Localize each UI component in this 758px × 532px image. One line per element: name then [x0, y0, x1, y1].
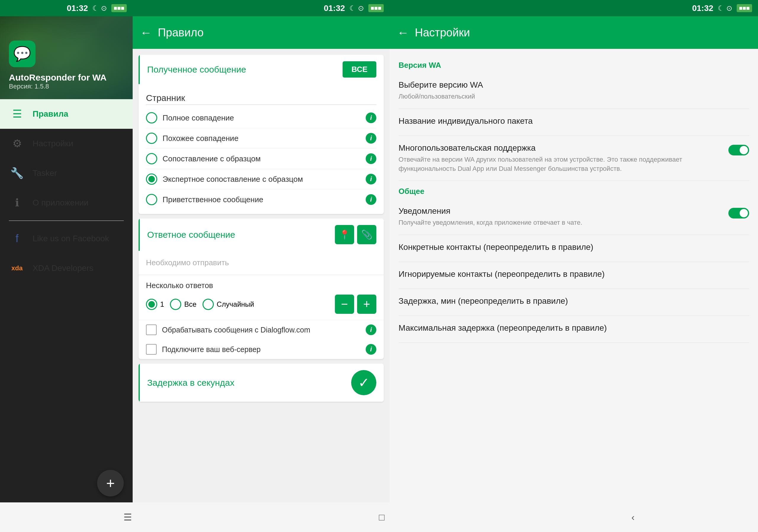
multiple-answers-title: Несколько ответов	[146, 281, 376, 290]
sidebar-item-settings[interactable]: ⚙ Настройки	[0, 129, 133, 158]
option-full-match[interactable]: Полное совпадение i	[146, 108, 376, 128]
info-webserver[interactable]: i	[366, 344, 376, 355]
notifications-toggle[interactable]	[728, 208, 749, 218]
sidebar-item-rules-label: Правила	[33, 109, 68, 119]
fab-add-rule[interactable]: +	[97, 470, 124, 496]
option-pattern-match-label: Сопоставление с образцом	[162, 154, 360, 163]
all-button[interactable]: ВСЕ	[343, 61, 376, 78]
dialogflow-checkbox-item[interactable]: Обрабатывать сообщения с Dialogflow.com …	[139, 320, 384, 340]
wa-version-item[interactable]: Выберите версию WA Любой/пользовательски…	[398, 73, 749, 109]
webserver-checkbox-item[interactable]: Подключите ваш веб-сервер i	[139, 340, 384, 359]
wa-version-subtitle: Любой/пользовательский	[398, 92, 749, 101]
specific-contacts-item[interactable]: Конкретные контакты (переопределить в пр…	[398, 235, 749, 262]
settings-topbar: ← Настройки	[390, 16, 758, 49]
option-greeting-label: Приветственное сообщение	[162, 195, 360, 204]
sidebar-item-facebook[interactable]: f Like us on Facebook	[0, 224, 133, 253]
info-pattern-match[interactable]: i	[366, 153, 376, 164]
rule-topbar: ← Правило	[133, 16, 390, 49]
radio-answer-random	[202, 299, 214, 310]
dialogflow-checkbox[interactable]	[146, 324, 156, 335]
option-full-match-label: Полное совпадение	[162, 114, 360, 122]
back-button-p2[interactable]: ←	[140, 26, 152, 39]
option-greeting[interactable]: Приветственное сообщение i	[146, 189, 376, 210]
drawer-divider	[9, 220, 124, 221]
package-name-item[interactable]: Название индивидуального пакета	[398, 109, 749, 136]
stepper-plus[interactable]: +	[357, 295, 376, 314]
option-pattern-match[interactable]: Сопоставление с образцом i	[146, 149, 376, 169]
answer-option-1-label: 1	[160, 300, 164, 309]
max-delay-item[interactable]: Максимальная задержка (переопределить в …	[398, 316, 749, 343]
info-similar-match[interactable]: i	[366, 133, 376, 144]
sidebar-item-about-label: О приложении	[33, 198, 88, 208]
multiuser-title: Многопользовательская поддержка	[398, 143, 722, 153]
rule-title: Правило	[158, 26, 204, 39]
sidebar-item-xda[interactable]: xda XDA Developers	[0, 253, 133, 283]
wa-version-section-title: Версия WA	[398, 55, 749, 73]
ignored-contacts-title: Игнорируемые контакты (переопределить в …	[398, 269, 749, 279]
time-p1: 01:32	[67, 4, 88, 13]
app-logo: 💬	[9, 41, 36, 67]
answer-option-random-label: Случайный	[217, 300, 254, 309]
option-expert-match[interactable]: Экспертное сопоставление с образцом i	[146, 169, 376, 189]
received-message-card: Полученное сообщение ВСЕ Странник Полное…	[139, 55, 384, 214]
option-similar-match[interactable]: Похожее совпадение i	[146, 128, 376, 149]
dialogflow-label: Обрабатывать сообщения с Dialogflow.com	[162, 326, 360, 334]
sidebar-item-rules[interactable]: ☰ Правила	[0, 99, 133, 129]
delay-card: Задержка в секундах ✓	[139, 364, 384, 402]
multiuser-item[interactable]: Многопользовательская поддержка Отвечайт…	[398, 136, 749, 181]
received-message-header: Полученное сообщение ВСЕ	[139, 55, 384, 84]
sidebar-item-settings-label: Настройки	[33, 139, 73, 148]
time-p2: 01:32	[324, 4, 345, 13]
package-name-title: Название индивидуального пакета	[398, 116, 749, 126]
nav-back-p3[interactable]: ‹	[632, 512, 635, 523]
option-expert-match-label: Экспертное сопоставление с образцом	[162, 175, 360, 184]
general-section-title: Общее	[398, 181, 749, 199]
wa-version-title: Выберите версию WA	[398, 80, 749, 90]
attachment-icon-btn[interactable]: 📎	[357, 225, 376, 244]
sidebar-item-facebook-label: Like us on Facebook	[33, 234, 109, 243]
status-icons-p1: ☾ ⊙	[92, 4, 107, 13]
notifications-item[interactable]: Уведомления Получайте уведомления, когда…	[398, 199, 749, 235]
section-name: Странник	[146, 88, 376, 105]
answer-option-all-label: Все	[184, 300, 196, 309]
answer-option-1[interactable]: 1	[146, 299, 164, 310]
answer-option-all[interactable]: Все	[170, 299, 196, 310]
sidebar-item-xda-label: XDA Developers	[33, 263, 93, 273]
rule-content: Полученное сообщение ВСЕ Странник Полное…	[133, 49, 390, 532]
info-expert-match[interactable]: i	[366, 174, 376, 184]
sidebar-item-about[interactable]: ℹ О приложении	[0, 188, 133, 217]
status-bar-p1: 01:32 ☾ ⊙ ■■■	[0, 0, 133, 16]
app-version: Версия: 1.5.8	[9, 83, 49, 90]
bottom-nav-p3: ☰ □ ‹	[390, 502, 758, 532]
facebook-icon: f	[9, 231, 25, 247]
location-icon-btn[interactable]: 📍	[335, 225, 354, 244]
sidebar-item-tasker[interactable]: 🔧 Tasker	[0, 158, 133, 188]
xda-icon: xda	[9, 260, 25, 277]
answer-options-row: 1 Все Случайный − +	[146, 295, 376, 314]
response-message-card: Ответное сообщение 📍 📎 Необходимо отправ…	[139, 218, 384, 359]
received-message-title: Полученное сообщение	[147, 65, 246, 75]
status-icons-p2: ☾ ⊙	[349, 4, 364, 13]
response-text-input[interactable]: Необходимо отправить	[139, 251, 384, 275]
answer-option-random[interactable]: Случайный	[202, 299, 254, 310]
status-bar-p2: 01:32 ☾ ⊙ ■■■	[133, 0, 390, 16]
info-dialogflow[interactable]: i	[366, 324, 376, 335]
ignored-contacts-item[interactable]: Игнорируемые контакты (переопределить в …	[398, 262, 749, 289]
info-full-match[interactable]: i	[366, 113, 376, 123]
back-button-p3[interactable]: ←	[397, 26, 409, 39]
radio-full-match	[146, 112, 157, 123]
webserver-label: Подключите ваш веб-сервер	[162, 345, 360, 354]
info-greeting[interactable]: i	[366, 194, 376, 205]
webserver-checkbox[interactable]	[146, 344, 156, 355]
multiple-answers-section: Несколько ответов 1 Все Случайный	[139, 275, 384, 320]
rules-icon: ☰	[9, 106, 25, 122]
max-delay-title: Максимальная задержка (переопределить в …	[398, 323, 749, 333]
sidebar-panel: 01:32 ☾ ⊙ ■■■ 💬 AutoResponder for WA Вер…	[0, 0, 133, 532]
delay-min-item[interactable]: Задержка, мин (переопределить в правиле)	[398, 289, 749, 316]
stepper-minus[interactable]: −	[335, 295, 354, 314]
radio-pattern-match	[146, 153, 157, 164]
notifications-text: Уведомления Получайте уведомления, когда…	[398, 206, 722, 227]
multiuser-toggle[interactable]	[728, 145, 749, 155]
rule-editor-panel: 01:32 ☾ ⊙ ■■■ ← Правило Полученное сообщ…	[133, 0, 390, 532]
delay-confirm-fab[interactable]: ✓	[351, 370, 376, 395]
